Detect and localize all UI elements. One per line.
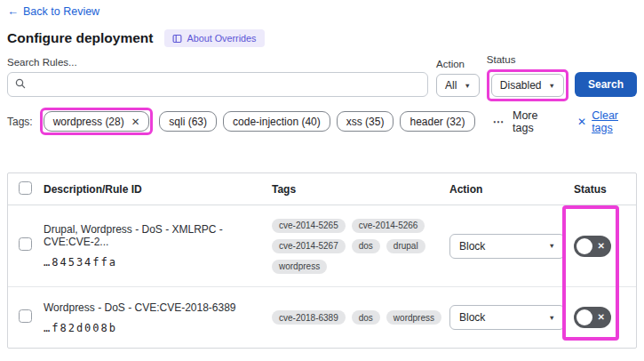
- toggle-x-icon: ✕: [598, 242, 605, 251]
- status-dropdown[interactable]: Disabled ▼: [491, 74, 564, 97]
- search-input[interactable]: [31, 77, 420, 92]
- search-group: Search Rules...: [7, 57, 428, 97]
- rule-description: Wordpress - DoS - CVE:CVE-2018-6389: [44, 301, 272, 314]
- status-label: Status: [487, 54, 568, 65]
- rule-description-cell: Drupal, Wordpress - DoS - XMLRPC - CVE:C…: [44, 223, 272, 269]
- action-label: Action: [436, 59, 480, 69]
- filters-row: Search Rules... Action All ▼ Status: [7, 54, 637, 97]
- status-dropdown-value: Disabled: [500, 79, 542, 92]
- rule-tag: wordpress: [386, 310, 441, 325]
- status-toggle-off[interactable]: ✕: [574, 236, 611, 257]
- book-icon: [172, 34, 182, 44]
- rule-description: Drupal, Wordpress - DoS - XMLRPC - CVE:C…: [44, 223, 272, 248]
- tag-pill-xss[interactable]: xss (35): [337, 111, 394, 132]
- title-row: Configure deployment About Overrides: [7, 29, 644, 47]
- action-dropdown[interactable]: All ▼: [436, 74, 480, 97]
- search-input-box[interactable]: [7, 72, 428, 97]
- configure-deployment-page: ← Back to Review Configure deployment Ab…: [0, 0, 644, 361]
- action-select[interactable]: Block ▼: [449, 305, 565, 330]
- chevron-down-icon: ▼: [464, 82, 470, 90]
- action-dropdown-value: All: [445, 79, 457, 92]
- tag-pill-header[interactable]: header (32): [400, 111, 474, 132]
- status-toggle-off[interactable]: ✕: [574, 307, 611, 328]
- column-header-tags: Tags: [272, 183, 449, 196]
- tag-pill-wordpress[interactable]: wordpress (28) ✕: [44, 111, 150, 132]
- rules-table: Description/Rule ID Tags Action Status D…: [7, 172, 637, 349]
- action-filter-group: Action All ▼: [436, 59, 480, 97]
- clear-tags-button[interactable]: ✕ Clear tags: [577, 109, 637, 134]
- column-header-action: Action: [449, 183, 574, 196]
- rule-tag: cve-2014-5267: [272, 239, 346, 253]
- ellipsis-icon: ⋯: [493, 115, 505, 128]
- rule-description-cell: Wordpress - DoS - CVE:CVE-2018-6389 …f82…: [44, 301, 272, 334]
- page-title: Configure deployment: [7, 30, 153, 46]
- back-arrow-icon: ←: [7, 4, 19, 18]
- status-dropdown-annotation-box: Disabled ▼: [487, 69, 568, 101]
- row-checkbox[interactable]: [19, 309, 32, 323]
- table-row: Wordpress - DoS - CVE:CVE-2018-6389 …f82…: [8, 287, 636, 348]
- table-row: Drupal, Wordpress - DoS - XMLRPC - CVE:C…: [8, 205, 636, 287]
- wordpress-tag-annotation-box: wordpress (28) ✕: [40, 108, 154, 135]
- tags-bar: Tags: wordpress (28) ✕ sqli (63) code-in…: [7, 108, 637, 135]
- action-select-value: Block: [459, 240, 485, 253]
- rule-tag: drupal: [386, 239, 425, 253]
- clear-x-icon: ✕: [577, 116, 586, 128]
- more-tags-label: More tags: [513, 109, 556, 134]
- rule-tag: dos: [352, 239, 380, 253]
- rule-tag: dos: [352, 310, 380, 325]
- rule-tags-cell: cve-2014-5265 cve-2014-5266 cve-2014-526…: [272, 219, 449, 274]
- row-checkbox[interactable]: [19, 237, 32, 251]
- search-rules-label: Search Rules...: [7, 57, 428, 68]
- action-select-value: Block: [459, 311, 485, 324]
- rule-id: …84534ffa: [44, 256, 272, 269]
- chevron-down-icon: ▼: [549, 242, 555, 250]
- chevron-down-icon: ▼: [549, 82, 555, 90]
- back-link-label: Back to Review: [23, 5, 99, 18]
- action-select[interactable]: Block ▼: [449, 234, 565, 259]
- search-button[interactable]: Search: [575, 72, 637, 97]
- rule-tag: cve-2014-5265: [272, 219, 346, 233]
- status-filter-group: Status Disabled ▼: [487, 54, 568, 97]
- rule-tag: wordpress: [272, 260, 327, 274]
- rule-tag: cve-2014-5266: [352, 219, 425, 233]
- remove-tag-icon[interactable]: ✕: [131, 116, 140, 128]
- tag-pill-wordpress-label: wordpress (28): [53, 116, 124, 128]
- select-all-checkbox[interactable]: [19, 181, 32, 195]
- toggle-x-icon: ✕: [598, 313, 605, 322]
- rule-tags-cell: cve-2018-6389 dos wordpress: [272, 310, 449, 325]
- toggle-knob: [576, 238, 592, 254]
- about-overrides-badge[interactable]: About Overrides: [164, 29, 264, 47]
- about-overrides-label: About Overrides: [187, 33, 256, 44]
- clear-tags-label: Clear tags: [592, 109, 637, 134]
- tags-label: Tags:: [7, 116, 33, 128]
- toggle-knob: [576, 309, 592, 325]
- back-to-review-link[interactable]: ← Back to Review: [7, 4, 99, 18]
- column-header-description: Description/Rule ID: [44, 183, 272, 196]
- tag-pill-sqli[interactable]: sqli (63): [159, 111, 217, 132]
- table-header-row: Description/Rule ID Tags Action Status: [8, 173, 636, 205]
- more-tags-button[interactable]: ⋯ More tags: [493, 109, 557, 134]
- column-header-status: Status: [574, 183, 636, 196]
- rule-tag: cve-2018-6389: [272, 310, 346, 325]
- search-icon: [15, 76, 26, 92]
- tag-pill-code-injection[interactable]: code-injection (40): [223, 111, 330, 132]
- rule-id: …f82d008b: [44, 322, 272, 334]
- chevron-down-icon: ▼: [549, 314, 555, 322]
